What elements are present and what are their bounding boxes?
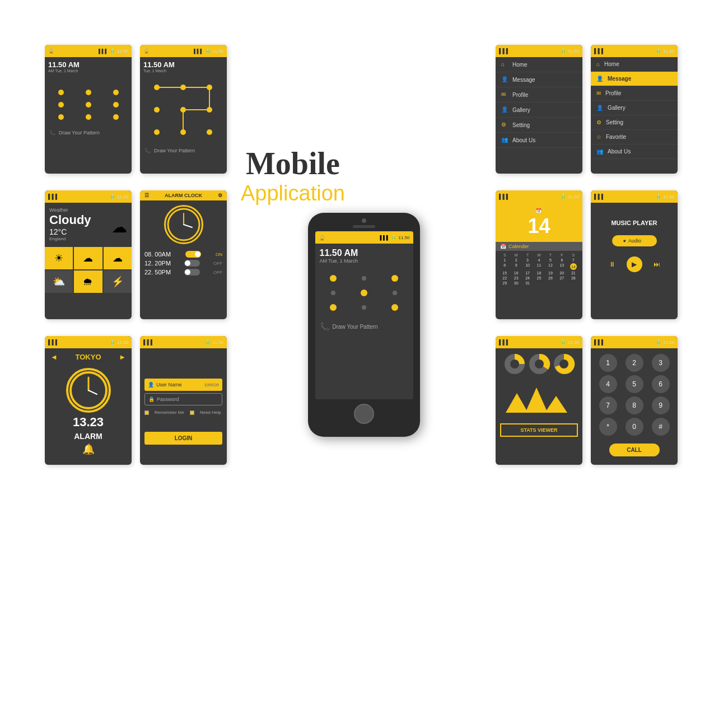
cal-days-header: SMTWTFS	[499, 253, 579, 257]
title-mobile: Mobile	[241, 146, 345, 181]
pattern-svg	[146, 76, 221, 143]
signal-icon: ▌▌▌	[499, 194, 510, 199]
date-text: Tue, 1 March	[143, 69, 223, 73]
status-icons: 🔋 11.50	[656, 49, 674, 54]
signal-icon: ▌▌▌	[194, 49, 203, 54]
login-button[interactable]: LOGIN	[144, 432, 222, 445]
dial-star[interactable]: *	[599, 418, 617, 436]
profile-icon: ✉	[596, 90, 601, 96]
music-controls: ⏸ ▶ ⏭	[591, 251, 678, 278]
nav-profile[interactable]: ✉ Profile	[591, 86, 678, 101]
pause-button[interactable]: ⏸	[604, 256, 620, 272]
time-display: 11.50	[117, 49, 128, 54]
screen-stats: ▌▌▌ 🔋 12.30	[496, 336, 582, 465]
signal-icon: ▌▌▌	[594, 48, 605, 54]
nav-home[interactable]: ⌂ Home	[496, 57, 582, 72]
dial-2[interactable]: 2	[626, 354, 643, 372]
spacer	[140, 417, 227, 428]
toggle-2[interactable]	[184, 260, 200, 267]
dot	[331, 291, 335, 295]
dial-hash[interactable]: #	[652, 418, 670, 436]
center-draw-pattern: 📞 Draw Your Pattern	[315, 318, 413, 335]
nav-setting[interactable]: ⚙ Setting	[591, 115, 678, 130]
cal-day-active: 14	[570, 263, 577, 270]
nav-profile[interactable]: ✉ Profile	[496, 87, 582, 102]
home-button[interactable]	[354, 404, 374, 424]
center-date: AM Tue, 1 March	[320, 258, 409, 264]
nav-home[interactable]: ⌂ Home	[591, 57, 678, 72]
settings-icon: ⚙	[501, 122, 508, 128]
signal-icon: ▌▌▌	[99, 49, 108, 54]
cloud-cell3: ⛅	[45, 270, 73, 293]
calendar-top: 📅 14	[496, 203, 582, 242]
settings-icon: ⚙	[218, 193, 222, 198]
toggle-1[interactable]	[185, 251, 201, 258]
username-field[interactable]: 👤 User Name ERROR	[144, 379, 222, 391]
dial-4[interactable]: 4	[599, 375, 617, 393]
dial-9[interactable]: 9	[652, 396, 670, 414]
nav-message[interactable]: 👤 Message	[496, 72, 582, 87]
dial-1[interactable]: 1	[599, 354, 617, 372]
storm-cell: ⚡	[104, 270, 132, 293]
screen7-header: ▌▌▌ 🔋 11.50	[496, 190, 582, 203]
nav-gallery[interactable]: 👤 Gallery	[496, 102, 582, 118]
calendar-icon-area: 📅 14	[528, 207, 550, 238]
dot	[86, 114, 91, 120]
status-icons: 🔋 11.50	[205, 340, 223, 345]
lock-icon: 🔒	[143, 48, 150, 54]
play-button[interactable]: ▶	[627, 256, 642, 272]
stats-viewer-button[interactable]: STATS VIEWER	[500, 423, 578, 437]
cal-icon: 📅	[500, 244, 506, 249]
status-icons: ▌▌▌ 🔋 11.50	[99, 49, 128, 54]
alarm-time-2: 12. 20PM	[144, 260, 171, 267]
dial-7[interactable]: 7	[599, 396, 617, 414]
date-text: AM Tue, 1 March	[48, 69, 128, 73]
nav-setting[interactable]: ⚙ Setting	[496, 118, 582, 133]
audio-btn-container: ● Audio	[591, 233, 678, 249]
password-field[interactable]: 🔒 Password	[144, 393, 222, 405]
nav-message-active[interactable]: 👤 Message	[591, 72, 678, 86]
dot	[330, 304, 337, 311]
toggle-3[interactable]	[184, 269, 200, 276]
prev-arrow[interactable]: ◄	[50, 353, 58, 361]
sunny-cell: ☀	[45, 247, 73, 269]
nav-about[interactable]: 👥 About Us	[496, 133, 582, 148]
dot	[391, 275, 398, 282]
dial-8[interactable]: 8	[626, 396, 643, 414]
remember-checkbox[interactable]	[144, 410, 149, 415]
settings-icon: ⚙	[596, 119, 601, 125]
screen8-header: ▌▌▌ 🔋 12.30	[591, 190, 678, 203]
dial-3[interactable]: 3	[652, 354, 670, 372]
call-button[interactable]: CALL	[609, 444, 660, 456]
svg-point-23	[535, 360, 544, 368]
circle-icon: ●	[623, 238, 626, 244]
next-arrow[interactable]: ►	[119, 353, 126, 361]
screen5-header: ▌▌▌ 🔋 11.50	[45, 190, 132, 203]
screen9-header: ▌▌▌ 🔋 11.50	[45, 336, 132, 348]
cal-label: 📅 Calender	[496, 242, 582, 251]
nav-about[interactable]: 👥 About Us	[591, 144, 678, 159]
time-display: 11.50	[212, 340, 223, 345]
audio-button[interactable]: ● Audio	[612, 235, 657, 246]
cloud-cell: ☁	[74, 247, 102, 269]
dot	[362, 276, 366, 281]
nav-favorite[interactable]: ☆ Favorite	[591, 130, 678, 144]
nav-gallery[interactable]: 👤 Gallery	[591, 101, 678, 115]
off-label: OFF	[213, 270, 222, 275]
screen2-body: 11.50 AM Tue, 1 March	[140, 57, 227, 76]
gallery-icon: 👤	[501, 106, 508, 113]
next-button[interactable]: ⏭	[649, 256, 665, 272]
status-icons: ▌▌▌ 🔋 11.50	[194, 49, 223, 54]
svg-point-6	[154, 129, 160, 135]
weather-label: Weather	[49, 207, 127, 213]
battery-icon: 🔋	[561, 49, 566, 54]
dial-6[interactable]: 6	[652, 375, 670, 393]
dial-0[interactable]: 0	[626, 418, 643, 436]
main-time: 11.50 AM	[143, 60, 223, 69]
screen1-header: 🔒 ▌▌▌ 🔋 11.50	[45, 45, 132, 57]
dial-5[interactable]: 5	[626, 375, 643, 393]
help-checkbox[interactable]	[190, 410, 194, 415]
error-text: ERROR	[205, 383, 219, 387]
dot	[86, 102, 91, 108]
battery-icon: 🔋	[205, 340, 211, 345]
